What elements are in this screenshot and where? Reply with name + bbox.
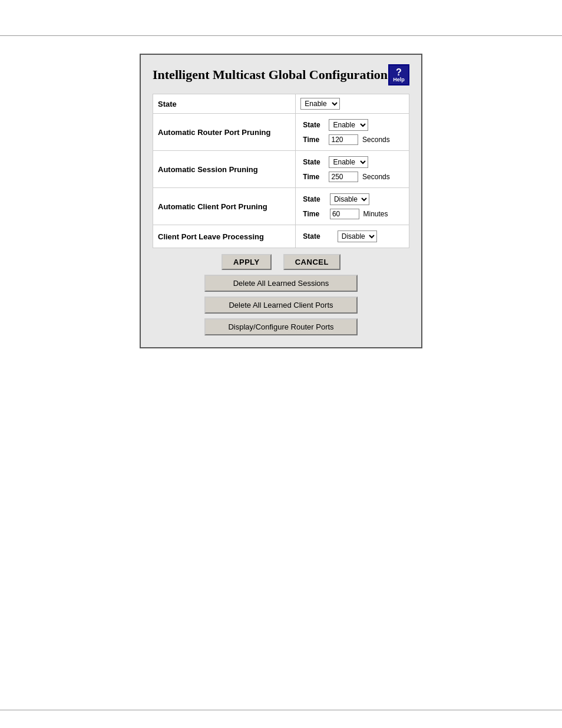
router-pruning-label: Automatic Router Port Pruning xyxy=(153,114,296,151)
leave-state-row: State Enable Disable xyxy=(300,229,404,244)
client-inner-table: State Enable Disable Time xyxy=(300,192,404,221)
main-container: Intelligent Multicast Global Configurati… xyxy=(0,54,562,348)
client-time-input[interactable] xyxy=(330,209,359,219)
help-label: Help xyxy=(393,77,405,83)
session-pruning-label: Automatic Session Pruning xyxy=(153,151,296,188)
cancel-button[interactable]: CANCEL xyxy=(283,254,340,270)
session-time-label: Time xyxy=(300,170,326,184)
router-state-cell: Enable Disable xyxy=(326,117,404,133)
router-time-label: Time xyxy=(300,133,326,147)
config-panel: Intelligent Multicast Global Configurati… xyxy=(140,54,422,348)
session-inner-table: State Enable Disable Time xyxy=(300,154,404,184)
client-state-label: State xyxy=(300,192,328,207)
leave-controls: State Enable Disable xyxy=(296,225,409,248)
session-state-row: State Enable Disable xyxy=(300,154,404,170)
session-time-cell: Seconds xyxy=(326,170,404,184)
top-rule xyxy=(0,35,562,36)
state-control-cell: Enable Disable xyxy=(296,94,409,114)
display-router-ports-button[interactable]: Display/Configure Router Ports xyxy=(204,318,358,335)
delete-sessions-button[interactable]: Delete All Learned Sessions xyxy=(204,275,358,292)
apply-button[interactable]: APPLY xyxy=(222,254,272,270)
delete-client-ports-button[interactable]: Delete All Learned Client Ports xyxy=(204,297,358,314)
session-time-input[interactable] xyxy=(329,172,358,182)
session-state-select[interactable]: Enable Disable xyxy=(329,156,368,168)
leave-inner-table: State Enable Disable xyxy=(300,229,404,244)
client-state-row: State Enable Disable xyxy=(300,192,404,207)
router-time-cell: Seconds xyxy=(326,133,404,147)
router-inner-table: State Enable Disable Time xyxy=(300,117,404,147)
client-time-unit: Minutes xyxy=(363,210,388,218)
session-pruning-row: Automatic Session Pruning State Enable D… xyxy=(153,151,409,188)
client-state-cell: Enable Disable xyxy=(328,192,404,207)
client-time-cell: Minutes xyxy=(328,207,404,221)
leave-state-label: State xyxy=(300,229,335,244)
panel-header: Intelligent Multicast Global Configurati… xyxy=(153,64,409,85)
leave-state-select[interactable]: Enable Disable xyxy=(338,230,377,242)
client-pruning-row: Automatic Client Port Pruning State Enab… xyxy=(153,188,409,225)
router-pruning-row: Automatic Router Port Pruning State Enab… xyxy=(153,114,409,151)
session-state-cell: Enable Disable xyxy=(326,154,404,170)
action-buttons: APPLY CANCEL xyxy=(153,254,409,270)
router-state-label: State xyxy=(300,117,326,133)
config-table: State Enable Disable Automatic Router Po… xyxy=(153,94,409,248)
router-state-row: State Enable Disable xyxy=(300,117,404,133)
state-select[interactable]: Enable Disable xyxy=(300,98,340,110)
router-state-select[interactable]: Enable Disable xyxy=(329,119,368,131)
client-time-label: Time xyxy=(300,207,328,221)
client-pruning-label: Automatic Client Port Pruning xyxy=(153,188,296,225)
session-pruning-controls: State Enable Disable Time xyxy=(296,151,409,188)
session-time-unit: Seconds xyxy=(362,173,390,181)
bottom-rule xyxy=(0,710,562,710)
help-icon: ? xyxy=(396,68,402,77)
state-label: State xyxy=(153,94,296,114)
session-state-label: State xyxy=(300,154,326,170)
router-time-row: Time Seconds xyxy=(300,133,404,147)
client-time-row: Time Minutes xyxy=(300,207,404,221)
router-time-input[interactable] xyxy=(329,134,358,145)
help-button[interactable]: ? Help xyxy=(388,64,409,85)
leave-state-cell: Enable Disable xyxy=(335,229,404,244)
client-pruning-controls: State Enable Disable Time xyxy=(296,188,409,225)
leave-processing-row: Client Port Leave Processing State Enabl… xyxy=(153,225,409,248)
leave-label: Client Port Leave Processing xyxy=(153,225,296,248)
state-row: State Enable Disable xyxy=(153,94,409,114)
client-state-select[interactable]: Enable Disable xyxy=(330,193,369,205)
panel-title: Intelligent Multicast Global Configurati… xyxy=(153,67,388,83)
router-time-unit: Seconds xyxy=(362,136,390,144)
router-pruning-controls: State Enable Disable Time xyxy=(296,114,409,151)
session-time-row: Time Seconds xyxy=(300,170,404,184)
